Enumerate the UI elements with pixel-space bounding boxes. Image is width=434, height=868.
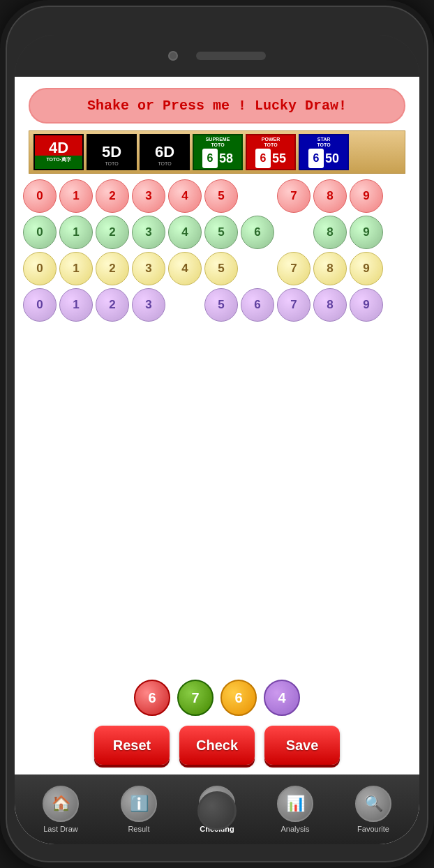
ball-yellow-7[interactable]: 7	[277, 252, 310, 285]
number-row-purple: 0 1 2 3 5 6 7 8 9	[23, 288, 411, 322]
ball-purple-9[interactable]: 9	[350, 288, 383, 322]
logo-5d[interactable]: 5D TOTO	[87, 134, 137, 170]
ball-purple-2[interactable]: 2	[96, 288, 129, 322]
logo-6d[interactable]: 6D TOTO	[140, 134, 190, 170]
number-row-green: 0 1 2 3 4 5 6 8 9	[23, 216, 411, 249]
ball-yellow-2[interactable]: 2	[96, 252, 129, 285]
ball-pink-7[interactable]: 7	[277, 179, 310, 213]
selected-ball-3[interactable]: 6	[220, 680, 257, 716]
ball-yellow-5[interactable]: 5	[204, 252, 238, 285]
ball-pink-0[interactable]: 0	[23, 179, 57, 213]
selected-ball-2[interactable]: 7	[177, 680, 214, 716]
result-icon: ℹ️	[121, 786, 157, 822]
shake-banner[interactable]: Shake or Press me ! Lucky Draw!	[29, 88, 405, 124]
ball-yellow-4[interactable]: 4	[168, 252, 202, 285]
action-buttons: Reset Check Save	[15, 720, 419, 775]
nav-favourite-label: Favourite	[357, 825, 389, 833]
logo-supreme[interactable]: SUPREMETOTO 6 58	[193, 134, 243, 170]
logo-4d[interactable]: 4D TOTO·萬字	[33, 134, 84, 170]
ball-yellow-0[interactable]: 0	[23, 252, 57, 285]
ball-pink-5[interactable]: 5	[204, 179, 238, 213]
ball-purple-1[interactable]: 1	[59, 288, 93, 322]
ball-purple-0[interactable]: 0	[23, 288, 57, 322]
ball-green-5[interactable]: 5	[204, 216, 238, 249]
ball-green-0[interactable]: 0	[23, 216, 57, 249]
ball-purple-8[interactable]: 8	[313, 288, 347, 322]
number-row-pink: 0 1 2 3 4 5 7 8 9	[23, 179, 411, 213]
home-button[interactable]	[197, 791, 237, 830]
ball-pink-1[interactable]: 1	[59, 179, 93, 213]
number-grid: 0 1 2 3 4 5 7 8 9 0 1	[15, 174, 419, 673]
ball-pink-2[interactable]: 2	[96, 179, 129, 213]
camera	[168, 51, 178, 61]
ball-purple-5[interactable]: 5	[204, 288, 238, 322]
ball-pink-3[interactable]: 3	[132, 179, 165, 213]
check-button[interactable]: Check	[179, 726, 255, 765]
number-row-yellow: 0 1 2 3 4 5 7 8 9	[23, 252, 411, 285]
screen-content: Shake or Press me ! Lucky Draw! 4D TOTO·…	[15, 77, 419, 775]
nav-result[interactable]: ℹ️ Result	[100, 786, 178, 833]
ball-green-8[interactable]: 8	[313, 216, 347, 249]
ball-yellow-3[interactable]: 3	[132, 252, 165, 285]
phone-frame: Shake or Press me ! Lucky Draw! 4D TOTO·…	[0, 0, 434, 868]
phone-inner: Shake or Press me ! Lucky Draw! 4D TOTO·…	[15, 35, 419, 844]
ball-yellow-9[interactable]: 9	[350, 252, 383, 285]
nav-analysis[interactable]: 📊 Analysis	[256, 786, 334, 833]
ball-pink-8[interactable]: 8	[313, 179, 347, 213]
ball-purple-7[interactable]: 7	[277, 288, 310, 322]
ball-yellow-1[interactable]: 1	[59, 252, 93, 285]
ball-green-4[interactable]: 4	[168, 216, 202, 249]
ball-green-6[interactable]: 6	[241, 216, 274, 249]
ball-yellow-8[interactable]: 8	[313, 252, 347, 285]
ball-green-1[interactable]: 1	[59, 216, 93, 249]
ball-green-9[interactable]: 9	[350, 216, 383, 249]
nav-last-draw-label: Last Draw	[43, 825, 78, 833]
nav-analysis-label: Analysis	[281, 825, 310, 833]
screen: Shake or Press me ! Lucky Draw! 4D TOTO·…	[15, 77, 419, 844]
ball-green-2[interactable]: 2	[96, 216, 129, 249]
selected-ball-4[interactable]: 4	[264, 680, 300, 716]
ball-purple-3[interactable]: 3	[132, 288, 165, 322]
nav-favourite[interactable]: 🔍 Favourite	[334, 786, 412, 833]
analysis-icon: 📊	[277, 786, 313, 822]
ball-pink-9[interactable]: 9	[350, 179, 383, 213]
selected-row: 6 7 6 4	[15, 673, 419, 720]
last-draw-icon: 🏠	[43, 786, 79, 822]
ball-pink-4[interactable]: 4	[168, 179, 202, 213]
ball-purple-6[interactable]: 6	[241, 288, 274, 322]
logo-star[interactable]: STARTOTO 6 50	[299, 134, 349, 170]
reset-button[interactable]: Reset	[94, 726, 170, 765]
selected-ball-1[interactable]: 6	[134, 680, 170, 716]
logo-bar: 4D TOTO·萬字 5D TOTO 6D TOTO	[29, 130, 405, 174]
nav-last-draw[interactable]: 🏠 Last Draw	[22, 786, 100, 833]
logo-power[interactable]: POWERTOTO 6 55	[246, 134, 296, 170]
nav-result-label: Result	[128, 825, 149, 833]
save-button[interactable]: Save	[264, 726, 340, 765]
speaker	[196, 52, 266, 60]
ball-green-3[interactable]: 3	[132, 216, 165, 249]
favourite-icon: 🔍	[355, 786, 391, 822]
top-bar	[15, 35, 419, 77]
